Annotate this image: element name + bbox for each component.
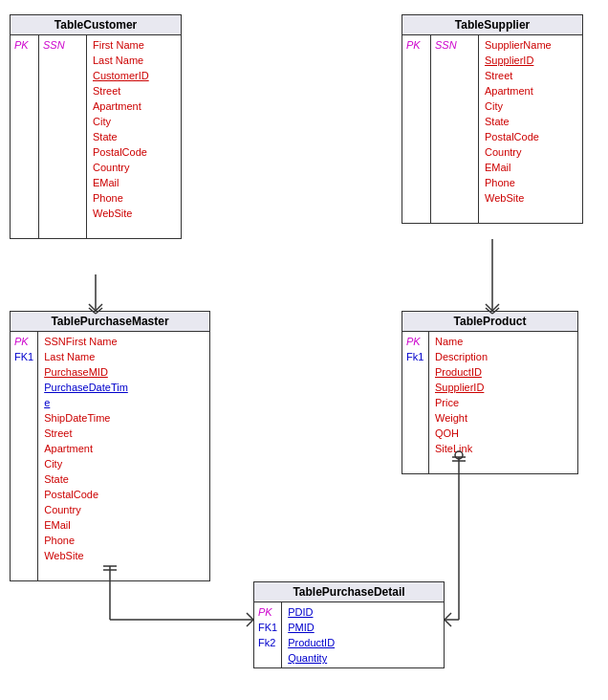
table-supplier-keys: PK	[402, 35, 431, 223]
table-purchase-detail-keys: PK FK1 Fk2	[254, 602, 282, 667]
table-supplier-title: TableSupplier	[402, 15, 582, 35]
table-supplier: TableSupplier PK SSN	[402, 14, 583, 224]
svg-line-18	[445, 613, 451, 620]
svg-line-6	[486, 304, 492, 311]
table-purchase-master-title: TablePurchaseMaster	[11, 312, 209, 332]
table-purchase-master-keys: PK FK1	[11, 332, 38, 580]
table-product-keys: PK Fk1	[402, 332, 429, 473]
table-supplier-fields: SupplierName SupplierID Street Apartment…	[479, 35, 557, 223]
table-customer-fields: First Name Last Name CustomerID Street A…	[87, 35, 163, 238]
table-purchase-detail: TablePurchaseDetail PK FK1 Fk2 PDID PMID…	[253, 581, 445, 668]
diagram-container: TableCustomer PK SSN	[0, 0, 608, 700]
svg-line-13	[247, 620, 253, 626]
table-customer-title: TableCustomer	[11, 15, 181, 35]
table-purchase-detail-title: TablePurchaseDetail	[254, 582, 444, 602]
svg-line-7	[492, 304, 499, 311]
table-customer-keys: PK	[11, 35, 39, 238]
svg-line-19	[445, 620, 451, 626]
table-purchase-master: TablePurchaseMaster PK FK1	[10, 311, 210, 581]
table-customer: TableCustomer PK SSN	[10, 14, 182, 239]
table-product: TableProduct PK Fk1 Name Description Pro…	[402, 311, 578, 474]
table-product-fields: Name Description ProductID SupplierID Pr…	[429, 332, 506, 473]
svg-line-2	[96, 304, 102, 311]
svg-line-12	[247, 613, 253, 620]
table-purchase-detail-fields: PDID PMID ProductID Quantity	[282, 602, 358, 667]
table-product-title: TableProduct	[402, 312, 577, 332]
table-purchase-master-fields: SSNFirst Name Last Name PurchaseMID Purc…	[38, 332, 134, 580]
svg-line-1	[89, 304, 96, 311]
